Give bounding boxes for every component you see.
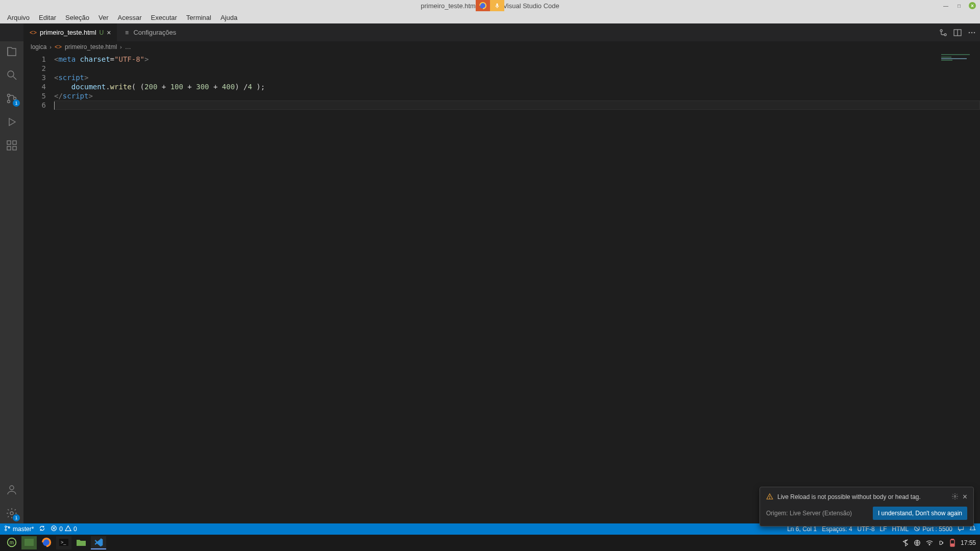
svg-point-9 [974,32,975,33]
minimize-button[interactable]: — [942,2,949,9]
tray-clock[interactable]: 17:55 [961,539,976,546]
tab-label: primeiro_teste.html [40,29,96,36]
tab-primeiro-teste[interactable]: <> primeiro_teste.html U × [23,23,117,41]
svg-text:m: m [10,540,14,545]
svg-point-24 [954,495,956,497]
svg-rect-19 [13,146,16,150]
svg-rect-43 [951,544,954,546]
settings-tab-icon: ≡ [123,29,130,36]
more-actions-icon[interactable] [968,29,976,37]
maximize-button[interactable]: □ [955,2,963,9]
warning-icon [65,525,71,533]
svg-rect-42 [951,539,953,540]
tray-battery-icon[interactable] [949,539,955,547]
screen: primeiro_teste.html - A cle - Visual Stu… [0,0,980,551]
source-control-icon[interactable]: 1 [5,91,19,106]
menubar: Arquivo Editar Seleção Ver Acessar Execu… [0,11,980,23]
svg-point-12 [8,94,10,97]
svg-marker-15 [9,118,15,126]
menu-ver[interactable]: Ver [94,13,113,22]
compare-changes-icon[interactable] [939,29,947,37]
notification-source: Origem: Live Server (Extensão) [766,510,852,517]
activity-bar: 1 1 [0,41,23,523]
tabs-row: <> primeiro_teste.html U × ≡ Configuraçõ… [0,23,980,41]
sync-status[interactable] [39,525,45,533]
eol-status[interactable]: LF [880,525,887,533]
os-taskbar: m >_ 17:55 [0,535,980,551]
svg-point-21 [10,512,13,515]
svg-rect-18 [7,146,11,150]
menu-acessar[interactable]: Acessar [114,13,146,22]
menu-terminal[interactable]: Terminal [182,13,215,22]
tab-configuracoes[interactable]: ≡ Configurações [117,23,182,41]
svg-point-7 [969,32,970,33]
tab-label: Configurações [133,29,176,36]
svg-point-25 [5,526,7,528]
svg-point-10 [8,71,14,77]
tray-bluetooth-icon[interactable] [902,539,909,546]
extensions-icon[interactable] [5,138,19,153]
gutter: 123456 [23,53,54,523]
tab-status: U [100,29,104,36]
settings-gear-icon[interactable]: 1 [5,506,19,520]
tray-wifi-icon[interactable] [926,540,933,546]
svg-point-40 [929,544,930,545]
close-tab-button[interactable]: × [107,29,111,36]
svg-line-32 [916,527,919,530]
notification-toast: Live Reload is not possible without body… [760,487,974,527]
notification-title: Live Reload is not possible without body… [777,493,921,500]
svg-line-11 [13,77,16,80]
split-editor-icon[interactable] [953,29,962,37]
accounts-icon[interactable] [5,483,19,497]
indentation-status[interactable]: Espaços: 4 [822,525,852,533]
close-window-button[interactable]: × [969,2,976,9]
start-menu-button[interactable]: m [4,536,19,549]
microphone-icon [490,0,504,11]
git-branch-status[interactable]: master* [4,525,34,533]
taskbar-terminal[interactable]: >_ [56,536,71,549]
encoding-status[interactable]: UTF-8 [857,525,875,533]
tray-network-icon[interactable] [914,539,921,546]
taskbar-vscode[interactable] [91,536,106,549]
breadcrumb-file: primeiro_teste.html [65,43,117,51]
taskbar-files[interactable] [74,536,89,549]
editor-area: logica › <> primeiro_teste.html › … 1234… [23,41,980,523]
notification-action-button[interactable]: I understand, Don't show again [873,507,967,520]
svg-point-4 [944,34,946,36]
code-editor[interactable]: 123456 <meta charset="UTF-8"><script> do… [23,53,980,523]
menu-ajuda[interactable]: Ajuda [216,13,241,22]
warning-icon [766,493,773,502]
settings-badge: 1 [13,514,20,521]
svg-point-26 [5,529,7,531]
search-icon[interactable] [5,68,19,82]
svg-rect-35 [24,539,34,546]
menu-editar[interactable]: Editar [35,13,60,22]
menu-executar[interactable]: Executar [147,13,181,22]
taskbar-firefox[interactable] [39,536,54,549]
explorer-icon[interactable] [5,44,19,59]
taskbar-show-desktop[interactable] [21,536,37,549]
error-icon [51,525,57,533]
notification-close-icon[interactable]: × [963,492,967,502]
breadcrumb[interactable]: logica › <> primeiro_teste.html › … [23,41,980,53]
menu-arquivo[interactable]: Arquivo [3,13,34,22]
firefox-icon [476,0,490,11]
html-file-icon: <> [55,43,62,51]
branch-icon [4,525,11,533]
tray-sound-icon[interactable] [938,539,944,546]
svg-point-23 [770,498,770,498]
problems-status[interactable]: 0 0 [51,525,77,533]
svg-point-20 [10,486,14,490]
minimap[interactable] [939,53,980,523]
sync-icon [39,525,45,533]
svg-text:>_: >_ [61,540,66,545]
svg-rect-17 [13,141,16,144]
code-content[interactable]: <meta charset="UTF-8"><script> document.… [54,53,980,523]
notification-settings-icon[interactable] [951,493,959,502]
run-debug-icon[interactable] [5,115,19,129]
cursor-position-status[interactable]: Ln 6, Col 1 [787,525,817,533]
titlebar: primeiro_teste.html - A cle - Visual Stu… [0,0,980,11]
menu-selecao[interactable]: Seleção [61,13,93,22]
html-file-icon: <> [30,29,37,36]
language-mode-status[interactable]: HTML [892,525,909,533]
